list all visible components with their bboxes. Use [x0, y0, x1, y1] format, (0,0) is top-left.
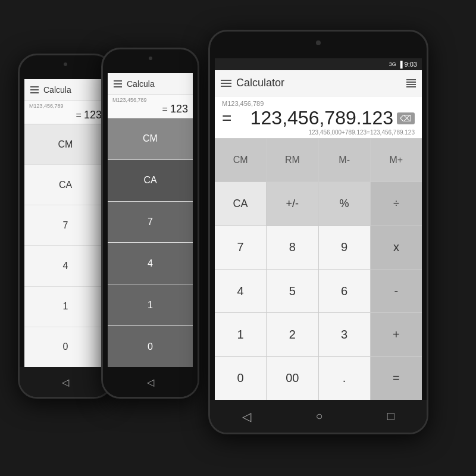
btn-7-1[interactable]: 7 [24, 205, 107, 245]
btn-4-1[interactable]: 4 [24, 246, 107, 286]
btn-00[interactable]: 00 [267, 357, 318, 400]
btn-1[interactable]: 1 [215, 313, 266, 356]
btn-9[interactable]: 9 [319, 226, 370, 269]
btn-cm[interactable]: CM [215, 139, 266, 181]
btn-divide[interactable]: ÷ [371, 182, 422, 225]
memory-2: M123,456,789 [112, 97, 188, 103]
battery-icon: ▐ [398, 61, 403, 68]
btn-6[interactable]: 6 [319, 270, 370, 312]
memory-3: M123,456,789 [222, 100, 415, 107]
result-2: 123 [170, 103, 188, 115]
btn-7[interactable]: 7 [215, 226, 266, 269]
btn-1-2[interactable]: 1 [108, 284, 193, 325]
display-1: M123,456,789 = 123 [24, 101, 107, 124]
btn-rm[interactable]: RM [267, 139, 318, 181]
btn-7-2[interactable]: 7 [108, 202, 193, 243]
screen-2: Calcula M123,456,789 = 123 CM CA 7 4 1 0 [108, 73, 193, 367]
btn-decimal[interactable]: . [319, 357, 370, 400]
nav-bar-3: ◁ ○ □ [210, 400, 427, 433]
btn-0-2[interactable]: 0 [108, 326, 193, 367]
phone-1: Calcula M123,456,789 = 123 CM CA 7 4 1 0… [18, 54, 113, 399]
phone-2: Calcula M123,456,789 = 123 CM CA 7 4 1 0… [101, 48, 199, 399]
result-3: 123,456,789.123 [250, 107, 393, 129]
result-1: 123 [84, 109, 102, 121]
time-display: 9:03 [405, 61, 417, 68]
status-bar-3: 3G ▐ 9:03 [215, 58, 422, 70]
memory-1: M123,456,789 [29, 103, 102, 109]
app-bar-2: Calcula [108, 73, 193, 95]
btn-4-2[interactable]: 4 [108, 243, 193, 284]
btn-ca-2[interactable]: CA [108, 160, 193, 201]
button-grid-3: CM RM M- M+ CA +/- % ÷ 7 8 9 x 4 5 6 - [215, 139, 422, 400]
scene: Calcula M123,456,789 = 123 CM CA 7 4 1 0… [0, 0, 476, 476]
btn-0-1[interactable]: 0 [24, 327, 107, 367]
equals-2: = [162, 104, 168, 115]
app-title-3: Calculator [236, 77, 406, 89]
btn-equals[interactable]: = [371, 357, 422, 400]
screen-1: Calcula M123,456,789 = 123 CM CA 7 4 1 0 [24, 79, 107, 367]
btn-1-1[interactable]: 1 [24, 287, 107, 327]
equals-3: = [222, 109, 231, 128]
camera-dot-3 [316, 40, 321, 45]
btn-mplus[interactable]: M+ [371, 139, 422, 181]
signal-icon: 3G [389, 61, 396, 67]
btn-subtract[interactable]: - [371, 270, 422, 312]
btn-multiply[interactable]: x [371, 226, 422, 269]
screen-3: 3G ▐ 9:03 Calculator M123,456,789 = [215, 58, 422, 400]
back-btn-3[interactable]: ◁ [242, 409, 251, 424]
recent-btn-3[interactable]: □ [387, 409, 394, 423]
delete-button[interactable]: ⌫ [397, 112, 415, 124]
camera-dot-1 [64, 62, 67, 66]
list-menu-icon[interactable] [406, 79, 416, 87]
hamburger-icon-3[interactable] [221, 80, 231, 87]
display-2: M123,456,789 = 123 [108, 95, 193, 118]
btn-8[interactable]: 8 [267, 226, 318, 269]
hamburger-icon-2[interactable] [114, 80, 122, 87]
btn-cm-1[interactable]: CM [24, 124, 107, 164]
btn-5[interactable]: 5 [267, 270, 318, 312]
btn-2[interactable]: 2 [267, 313, 318, 356]
camera-dot-2 [149, 57, 152, 60]
expression-line: 123,456,000+789.123=123,456,789.123 [222, 129, 415, 136]
phone-3: 3G ▐ 9:03 Calculator M123,456,789 = [208, 30, 428, 434]
btn-4[interactable]: 4 [215, 270, 266, 312]
back-btn-1[interactable]: ◁ [62, 377, 69, 388]
app-title-1: Calcula [43, 85, 101, 95]
button-grid-2: CM CA 7 4 1 0 [108, 118, 193, 367]
btn-plusminus[interactable]: +/- [267, 182, 318, 225]
nav-bar-2: ◁ [103, 367, 198, 397]
equals-1: = [76, 110, 82, 121]
nav-bar-1: ◁ [20, 367, 111, 397]
app-bar-3: Calculator [215, 70, 422, 96]
app-title-2: Calcula [127, 79, 187, 89]
btn-percent[interactable]: % [319, 182, 370, 225]
btn-ca[interactable]: CA [215, 182, 266, 225]
button-grid-1: CM CA 7 4 1 0 [24, 124, 107, 367]
app-bar-1: Calcula [24, 79, 107, 101]
btn-ca-1[interactable]: CA [24, 165, 107, 205]
btn-3[interactable]: 3 [319, 313, 370, 356]
home-btn-3[interactable]: ○ [315, 409, 322, 423]
hamburger-icon-1[interactable] [30, 86, 39, 93]
btn-0[interactable]: 0 [215, 357, 266, 400]
display-3: M123,456,789 = 123,456,789.123 ⌫ 123,456… [215, 96, 422, 139]
btn-add[interactable]: + [371, 313, 422, 356]
btn-mminus[interactable]: M- [319, 139, 370, 181]
btn-cm-2[interactable]: CM [108, 118, 193, 159]
back-btn-2[interactable]: ◁ [147, 377, 154, 388]
